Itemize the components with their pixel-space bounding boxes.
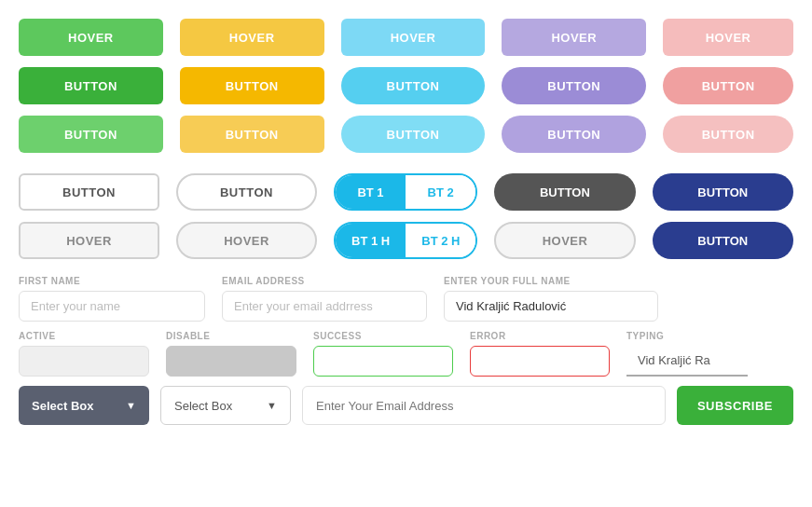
solid-pink-button[interactable]: BUTTON: [663, 67, 793, 104]
light-blue-button[interactable]: BUTTON: [341, 116, 486, 153]
hover-pink-button[interactable]: HOVER: [663, 19, 793, 56]
email-group: EMAIL ADDRESS: [222, 276, 427, 322]
select-box-light[interactable]: Select Box ▼: [160, 386, 291, 425]
select-box-dark[interactable]: Select Box ▼: [19, 386, 149, 425]
error-group: ERROR: [470, 331, 610, 377]
bottom-row: Select Box ▼ Select Box ▼ SUBSCRIBE: [19, 386, 793, 425]
error-label: ERROR: [470, 331, 610, 341]
full-name-group: ENTER YOUR FULL NAME: [444, 276, 658, 322]
button-row-2: BUTTON BUTTON BUTTON BUTTON BUTTON: [19, 116, 793, 153]
light-pink-button[interactable]: BUTTON: [663, 116, 793, 153]
full-name-input[interactable]: [444, 291, 658, 322]
form-row-2: ACTIVE DISABLE SUCCESS ERROR TYPING: [19, 331, 793, 377]
subscribe-button[interactable]: SUBSCRIBE: [677, 386, 793, 425]
active-input[interactable]: [19, 346, 149, 377]
toggle-bt2h[interactable]: BT 2 H: [406, 224, 475, 257]
select-dark-label: Select Box: [32, 399, 93, 413]
solid-purple-button[interactable]: BUTTON: [502, 67, 646, 104]
toggle-bt1[interactable]: BT 1: [336, 175, 406, 209]
outline-hover-button-mid[interactable]: HOVER: [494, 222, 635, 259]
hover-row: HOVER HOVER HOVER HOVER HOVER: [19, 19, 793, 56]
dark-button[interactable]: BUTTON: [494, 173, 635, 211]
solid-blue-button[interactable]: BUTTON: [341, 67, 486, 104]
disable-label: DISABLE: [166, 331, 296, 341]
chevron-down-icon: ▼: [126, 400, 136, 411]
success-input[interactable]: [313, 346, 453, 377]
typing-group: TYPING: [626, 331, 748, 377]
light-green-button[interactable]: BUTTON: [19, 116, 163, 153]
hover-blue-button[interactable]: HOVER: [341, 19, 486, 56]
toggle-bt2[interactable]: BT 2: [406, 175, 475, 209]
button-row-1: BUTTON BUTTON BUTTON BUTTON BUTTON: [19, 67, 793, 104]
hover-green-button[interactable]: HOVER: [19, 19, 163, 56]
first-name-label: FIRST NAME: [19, 276, 205, 286]
outline-hover-button-1[interactable]: HOVER: [19, 222, 159, 259]
first-name-group: FIRST NAME: [19, 276, 205, 322]
success-label: SUCCESS: [313, 331, 453, 341]
toggle-bt1h[interactable]: BT 1 H: [336, 224, 406, 257]
success-group: SUCCESS: [313, 331, 453, 377]
disable-input: [166, 346, 296, 377]
select-light-label: Select Box: [174, 399, 232, 413]
solid-yellow-button[interactable]: BUTTON: [180, 67, 324, 104]
active-label: ACTIVE: [19, 331, 149, 341]
active-group: ACTIVE: [19, 331, 149, 377]
email-label: EMAIL ADDRESS: [222, 276, 427, 286]
outline-hover-button-2[interactable]: HOVER: [176, 222, 317, 259]
full-name-label: ENTER YOUR FULL NAME: [444, 276, 658, 286]
typing-label: TYPING: [626, 331, 748, 341]
form-section: FIRST NAME EMAIL ADDRESS ENTER YOUR FULL…: [19, 276, 793, 425]
email-input[interactable]: [222, 291, 427, 322]
toggle-group-2: BT 1 H BT 2 H: [334, 222, 477, 259]
chevron-down-icon-2: ▼: [267, 400, 277, 411]
toggle-group-1: BT 1 BT 2: [334, 173, 477, 211]
first-name-input[interactable]: [19, 291, 205, 322]
light-yellow-button[interactable]: BUTTON: [180, 116, 324, 153]
outline-row: BUTTON BUTTON BT 1 BT 2 BUTTON BUTTON: [19, 173, 793, 211]
disable-group: DISABLE: [166, 331, 296, 377]
hover-yellow-button[interactable]: HOVER: [180, 19, 324, 56]
outline-button-2[interactable]: BUTTON: [176, 173, 317, 211]
navy-button-2[interactable]: BUTTON: [653, 222, 793, 259]
hover-purple-button[interactable]: HOVER: [502, 19, 646, 56]
form-row-1: FIRST NAME EMAIL ADDRESS ENTER YOUR FULL…: [19, 276, 793, 322]
light-purple-button[interactable]: BUTTON: [502, 116, 646, 153]
outline-button-1[interactable]: BUTTON: [19, 173, 159, 211]
solid-green-button[interactable]: BUTTON: [19, 67, 163, 104]
hover-row-2: HOVER HOVER BT 1 H BT 2 H HOVER BUTTON: [19, 222, 793, 259]
email-subscribe-input[interactable]: [302, 386, 666, 425]
typing-input[interactable]: [626, 346, 748, 377]
error-input[interactable]: [470, 346, 610, 377]
navy-button[interactable]: BUTTON: [653, 173, 793, 211]
